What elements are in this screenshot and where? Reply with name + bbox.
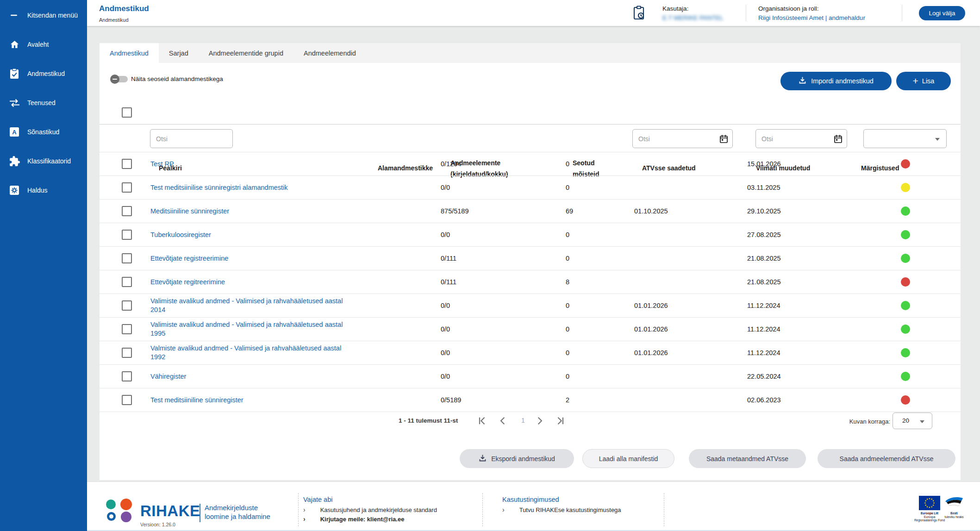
dataset-link[interactable]: Ettevõtjate regitreerimine — [150, 278, 225, 287]
sidebar-item-admin[interactable]: Haldus — [8, 180, 87, 200]
terms-link[interactable]: ›Tutvu RIHAKEse kasutustingimustega — [502, 506, 621, 513]
dataset-link[interactable]: Meditsiiniline sünniregister — [150, 207, 229, 216]
calendar-icon[interactable] — [719, 134, 728, 145]
help-link[interactable]: ›Kirjutage meile: klient@ria.ee — [303, 515, 404, 523]
cell-viimati-muudetud: 02.06.2023 — [747, 396, 781, 404]
help-link[interactable]: ›Kasutusjuhend ja andmekirjelduse standa… — [303, 506, 437, 513]
status-dot — [901, 348, 910, 357]
tab-elements[interactable]: Andmeelemendid — [293, 43, 366, 63]
sidebar-item-label: Klassifikaatorid — [27, 157, 71, 165]
send-meta-button[interactable]: Saada metaandmed ATVsse — [689, 449, 806, 468]
cell-seotud-moisteid: 0 — [566, 373, 569, 380]
atvsse-filter-input[interactable] — [633, 130, 732, 148]
user-name: E.T MERIKE PANTEL — [662, 14, 724, 21]
sidebar-item-classifiers[interactable]: Klassifikaatorid — [8, 151, 87, 171]
row-checkbox[interactable] — [122, 182, 132, 193]
services-icon — [8, 97, 20, 109]
next-page-icon[interactable] — [534, 415, 545, 426]
dataset-link[interactable]: Valmiste avalikud andmed - Valimised ja … — [150, 344, 356, 362]
row-checkbox[interactable] — [122, 300, 132, 311]
status-dot — [901, 206, 910, 216]
viimati-filter-input[interactable] — [756, 130, 847, 148]
footer: RIHAKE Andmekirjeldusteloomine ja haldam… — [87, 481, 980, 531]
per-page-label: Kuvan korraga: — [849, 418, 890, 425]
filter-row — [100, 124, 961, 152]
logout-button[interactable]: Logi välja — [919, 6, 965, 20]
sidebar-item-menu[interactable]: Kitsendan menüü — [8, 5, 87, 25]
row-checkbox[interactable] — [122, 348, 132, 358]
cell-seotud-moisteid: 0 — [566, 255, 569, 262]
row-checkbox[interactable] — [122, 206, 132, 216]
page-number[interactable]: 1 — [518, 417, 529, 424]
table-row: Vähiregister 0/0 0 22.05.2024 — [100, 364, 961, 388]
home-icon — [8, 38, 20, 50]
send-elements-button[interactable]: Saada andmeelemendid ATVsse — [818, 449, 955, 468]
dataset-link[interactable]: Valimiste avalikud andmed - Valimised ja… — [150, 320, 356, 338]
org-role-value[interactable]: Riigi Infosüsteemi Amet | andmehaldur — [758, 14, 865, 21]
brand-divider — [200, 504, 200, 522]
calendar-icon[interactable] — [834, 134, 843, 145]
dataset-link[interactable]: Ettevõtjate registreerimine — [150, 254, 228, 263]
status-dot — [901, 230, 910, 239]
dataset-link[interactable]: Valimiste avalikud andmed - Valimised ja… — [150, 297, 356, 314]
row-checkbox[interactable] — [122, 395, 132, 405]
dataset-link[interactable]: Test meditsiinilise sünniregistri alaman… — [150, 183, 288, 192]
terms-heading: Kasutustingimused — [502, 496, 559, 503]
sidebar-item-home[interactable]: Avaleht — [8, 34, 87, 55]
table-header: Pealkiri Alamandmestikke Andmeelemente (… — [100, 101, 961, 125]
chevron-down-icon — [920, 420, 924, 423]
row-checkbox[interactable] — [122, 159, 132, 169]
margistused-filter-select[interactable] — [863, 129, 947, 148]
sidebar-item-dictionaries[interactable]: A Sõnastikud — [8, 122, 87, 142]
show-subdatasets-toggle[interactable] — [110, 72, 129, 85]
admin-icon — [8, 184, 20, 196]
table-row: Test meditsiinilise sünniregistri alaman… — [100, 175, 961, 199]
cell-andmeelemente: 0/5189 — [441, 396, 461, 404]
prev-page-icon[interactable] — [497, 415, 508, 426]
sidebar-item-services[interactable]: Teenused — [8, 93, 87, 113]
add-button[interactable]: + Lisa — [896, 72, 951, 90]
tab-datasets[interactable]: Andmestikud — [100, 43, 159, 63]
tab-element-groups[interactable]: Andmeelementide grupid — [199, 43, 293, 63]
estonia-logo-caption: Eesti tuleviku heaks — [938, 512, 970, 519]
dataset-link[interactable]: Tuberkuloosiregister — [150, 231, 211, 239]
row-checkbox[interactable] — [122, 277, 132, 287]
pealkiri-filter-input[interactable] — [150, 130, 232, 148]
dataset-link[interactable]: Test meditsiiniline sünniregister — [150, 396, 243, 405]
cell-atvsse-saadetud: 01.01.2026 — [634, 302, 668, 309]
cell-andmeelemente: 875/5189 — [441, 207, 468, 215]
cell-viimati-muudetud: 27.08.2025 — [747, 231, 781, 238]
top-header: Andmestikud Andmestikud Kasutaja: E.T ME… — [87, 0, 980, 26]
header-divider — [902, 5, 902, 21]
import-datasets-button[interactable]: Impordi andmestikud — [780, 72, 892, 90]
first-page-icon[interactable] — [476, 415, 487, 426]
cell-viimati-muudetud: 15.01.2026 — [747, 160, 781, 168]
row-checkbox[interactable] — [122, 371, 132, 381]
brand-tagline: Andmekirjeldusteloomine ja haldamine — [205, 503, 270, 521]
logo-dot-teal — [106, 500, 116, 509]
dataset-link[interactable]: Test RP — [150, 160, 174, 169]
select-all-checkbox[interactable] — [122, 107, 132, 118]
last-page-icon[interactable] — [555, 415, 566, 426]
sidebar-item-datasets[interactable]: Andmestikud — [8, 63, 87, 84]
per-page-select[interactable]: 20 — [893, 412, 932, 429]
header-divider — [746, 5, 746, 21]
manifests-button[interactable]: Laadi alla manifestid — [582, 449, 674, 468]
status-dot — [901, 395, 910, 405]
user-label: Kasutaja: — [662, 5, 688, 12]
export-button[interactable]: Ekspordi andmestikud — [460, 449, 574, 468]
status-dot — [901, 372, 910, 381]
row-checkbox[interactable] — [122, 230, 132, 240]
sidebar-item-label: Haldus — [27, 187, 48, 194]
row-checkbox[interactable] — [122, 324, 132, 334]
svg-text:A: A — [12, 129, 17, 136]
cell-seotud-moisteid: 0 — [566, 184, 569, 191]
status-dot — [901, 277, 910, 287]
tab-series[interactable]: Sarjad — [159, 43, 199, 63]
sidebar-item-label: Kitsendan menüü — [27, 12, 78, 19]
datasets-icon — [8, 68, 20, 80]
dataset-link[interactable]: Vähiregister — [150, 372, 186, 381]
table-row: Valmiste avalikud andmed - Valimised ja … — [100, 341, 961, 364]
sidebar-item-label: Teenused — [27, 99, 56, 106]
row-checkbox[interactable] — [122, 253, 132, 263]
